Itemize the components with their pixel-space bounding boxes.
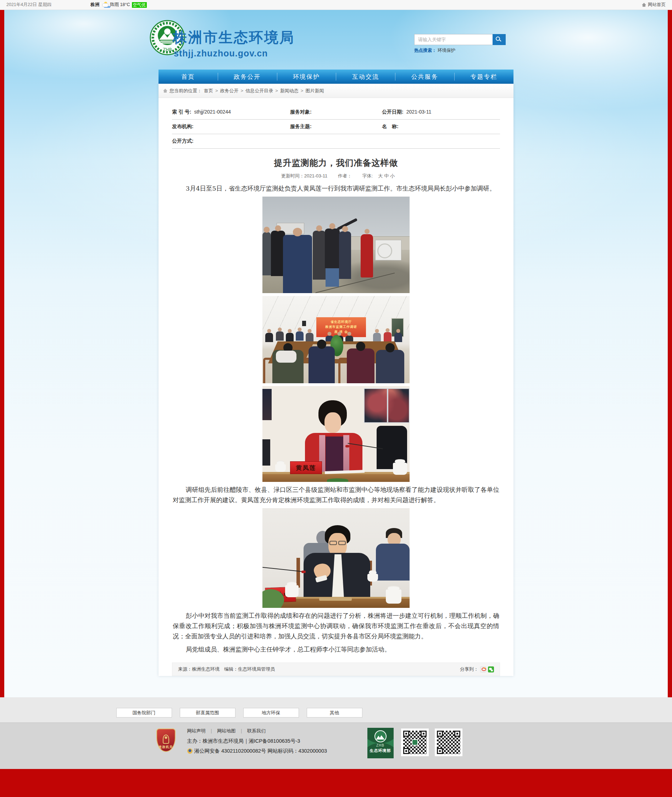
- teacup: [275, 464, 286, 472]
- nav-item-home[interactable]: 首页: [158, 69, 218, 84]
- quicklink-others[interactable]: 其他: [307, 708, 362, 717]
- search-button[interactable]: [493, 34, 506, 45]
- mee-name: 生态环境部: [370, 748, 391, 753]
- share-label: 分享到：: [460, 666, 478, 672]
- floral-scarf: [343, 435, 349, 475]
- site-home-link[interactable]: 网站首页: [642, 2, 666, 8]
- attendee-figure: [276, 332, 284, 341]
- photo-meeting-room: 省生态环境厅 株洲市监测工作调研 座 谈 会: [262, 296, 410, 383]
- weather-city: 株洲: [90, 2, 99, 8]
- footer-link-contact[interactable]: 联系我们: [247, 728, 266, 734]
- meta-label-index: 索 引 号:: [172, 109, 191, 115]
- footer-link-statement[interactable]: 网站声明: [187, 728, 206, 734]
- teacup: [285, 585, 299, 597]
- article-author-label: 作者：: [338, 173, 352, 178]
- microphone-head: [346, 445, 349, 447]
- meta-row: 公开方式:: [172, 134, 500, 149]
- person-figure-red-dress: [361, 234, 373, 277]
- share-line: 分享到：: [460, 666, 494, 672]
- site-title: 株洲市生态环境局: [173, 28, 295, 47]
- teacup: [386, 589, 402, 604]
- microphone-head: [301, 571, 306, 573]
- nav-item-special-topics[interactable]: 专题专栏: [454, 69, 514, 84]
- font-size-large[interactable]: 大: [378, 173, 382, 178]
- meta-label-publish-date: 公开日期:: [382, 109, 403, 115]
- attendee-figure: [394, 333, 402, 342]
- footer-link-sitemap[interactable]: 网站地图: [217, 728, 235, 734]
- qr-code-wechat: [401, 728, 429, 756]
- footer-security-line: 湘公网安备 43021102000082号 网站标识码：4302000003: [187, 748, 327, 754]
- banner-line-2: 株洲市监测工作调研: [325, 325, 357, 330]
- footer-link-separator: ｜: [209, 728, 214, 734]
- breadcrumb-item-news[interactable]: 新闻动态: [280, 88, 299, 94]
- nav-item-gov-affairs[interactable]: 政务公开: [218, 69, 277, 84]
- footer-text-block: 网站声明 ｜ 网站地图 ｜ 联系我们 主办：株洲市生态环境局｜湘ICP备0810…: [187, 728, 327, 754]
- search-icon: [496, 37, 500, 41]
- article-paragraph-3: 彭小中对我市当前监测工作取得的成绩和存在的问题进行了分析，株洲将进一步建立可行机…: [173, 611, 499, 641]
- meta-row: 索 引 号:sthjj/2021-00244 服务对象: 公开日期:2021-0…: [172, 105, 500, 120]
- nav-item-interaction[interactable]: 互动交流: [336, 69, 395, 84]
- footer-host-icp-line: 主办：株洲市生态环境局｜湘ICP备08100635号-3: [187, 738, 327, 744]
- breadcrumb-separator: >: [301, 88, 304, 93]
- qr-code-mobile-site: [435, 728, 462, 756]
- foreground-attendee: [347, 348, 374, 383]
- article-paragraph-4: 局党组成员、株洲监测中心主任钟学才，总工程师李小江等同志参加活动。: [173, 645, 499, 655]
- article-font-label: 字体:: [362, 173, 373, 178]
- desk-board: [319, 597, 352, 601]
- meta-label-publisher: 发布机构:: [172, 123, 194, 130]
- breadcrumb-separator: >: [241, 88, 244, 93]
- hot-search-keyword[interactable]: 环境保护: [438, 48, 455, 53]
- footer-link-separator: ｜: [239, 728, 244, 734]
- breadcrumb-separator: >: [275, 88, 278, 93]
- air-quality-badge: 空气优: [132, 2, 147, 8]
- footer-links: 网站声明 ｜ 网站地图 ｜ 联系我们: [187, 728, 327, 734]
- home-icon: [642, 3, 646, 7]
- breadcrumb-item-home[interactable]: 首页: [204, 88, 213, 94]
- plant-leaf: [327, 478, 348, 482]
- weather-text: 阵雨 18°C: [110, 2, 130, 8]
- font-size-small[interactable]: 小: [390, 173, 395, 178]
- person-figure: [313, 231, 326, 280]
- meta-row: 发布机构: 服务主题: 名 称:: [172, 120, 500, 134]
- person-figure: [339, 231, 351, 279]
- quicklink-local-environment[interactable]: 地方环保: [243, 708, 299, 717]
- breadcrumb: 您当前的位置： 首页 > 政务公开 > 信息公开目录 > 新闻动态 > 图片新闻: [158, 84, 514, 98]
- photo-huang-fenglian-speaking: 黄凤莲: [262, 386, 410, 482]
- person-figure: [262, 232, 271, 275]
- photo-rooftop-inspection: [262, 197, 410, 293]
- weibo-share-icon[interactable]: [480, 666, 486, 672]
- quicklink-state-council-departments[interactable]: 国务院部门: [116, 708, 172, 717]
- meta-value-publish-date: 2021-03-11: [406, 109, 432, 115]
- breadcrumb-item-photo-news[interactable]: 图片新闻: [305, 88, 324, 94]
- hot-search-label: 热点搜索：: [414, 48, 437, 53]
- quicklink-ministry-affiliates[interactable]: 部直属范围: [180, 708, 235, 717]
- background-person-body: [376, 544, 410, 581]
- window-right: [364, 388, 410, 423]
- breadcrumb-home-icon: [163, 89, 167, 93]
- teacup: [393, 463, 407, 475]
- glasses-lens: [330, 541, 337, 545]
- attendee-figure: [296, 332, 304, 341]
- party-badge-label: 党政机关: [159, 745, 173, 749]
- breadcrumb-prefix: 您当前的位置：: [170, 88, 202, 94]
- wechat-share-icon[interactable]: [488, 666, 494, 672]
- font-size-medium[interactable]: 中: [384, 173, 389, 178]
- attendee-figure: [286, 333, 294, 342]
- breadcrumb-item-gov[interactable]: 政务公开: [220, 88, 238, 94]
- meta-label-name: 名 称:: [382, 123, 398, 130]
- person-figure: [326, 268, 339, 287]
- article-update-time: 更新时间：2021-03-11: [281, 173, 328, 178]
- foreground-attendee: [376, 350, 404, 383]
- breadcrumb-item-catalog[interactable]: 信息公开目录: [245, 88, 273, 94]
- quick-links-row: 国务院部门 部直属范围 地方环保 其他: [116, 708, 556, 717]
- site-domain: sthjj.zhuzhou.gov.cn: [174, 48, 268, 59]
- glasses-lens: [338, 541, 346, 545]
- attendee-figure: [265, 333, 273, 342]
- teacup: [367, 574, 378, 582]
- nav-item-public-service[interactable]: 公共服务: [395, 69, 454, 84]
- nameplate-huang-fenglian: 黄凤莲: [290, 461, 322, 474]
- police-badge-icon: [187, 748, 192, 754]
- search-input[interactable]: [414, 34, 493, 45]
- footer-security-text: 湘公网安备 43021102000082号 网站标识码：4302000003: [194, 748, 327, 754]
- nav-item-environment[interactable]: 环境保护: [277, 69, 336, 84]
